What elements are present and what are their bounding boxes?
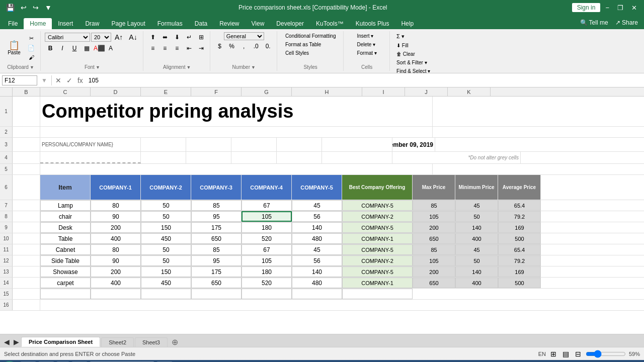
formula-input[interactable] <box>87 76 642 85</box>
minimize-button[interactable]: − <box>602 3 612 13</box>
align-bottom-btn[interactable]: ⬇ <box>172 32 183 42</box>
col-header-f[interactable]: F <box>191 87 242 97</box>
increase-decimal-btn[interactable]: .0 <box>251 41 262 51</box>
cell-c4-7[interactable]: 520 <box>242 278 292 288</box>
cell-h4[interactable] <box>322 152 392 163</box>
sign-in-button[interactable]: Sign in <box>572 3 601 12</box>
header-company4[interactable]: COMPANY-4 <box>242 175 292 200</box>
cell-c3-1[interactable]: 95 <box>191 211 242 222</box>
cell-min-6[interactable]: 140 <box>455 266 498 277</box>
cell-company-label[interactable]: PERSONAL/COMPANY NAME} <box>40 138 141 151</box>
tab-draw[interactable]: Draw <box>79 18 105 29</box>
cell-avg-5[interactable]: 79.2 <box>498 255 541 266</box>
font-color-btn[interactable]: A <box>105 43 116 53</box>
cell-best-3[interactable]: COMPANY-1 <box>342 233 413 244</box>
cell-best-6[interactable]: COMPANY-5 <box>342 266 413 277</box>
font-size-select[interactable]: 20 <box>91 33 111 42</box>
cell-avg-7[interactable]: 500 <box>498 278 541 288</box>
col-header-e[interactable]: E <box>141 87 191 97</box>
cell-c4-1[interactable]: 105 <box>242 211 292 222</box>
cell-title[interactable]: Competitor pricing analysis <box>40 97 433 126</box>
fill-color-btn[interactable]: A⬛ <box>93 43 104 53</box>
cell-h15[interactable] <box>292 289 342 299</box>
cell-avg-1[interactable]: 79.2 <box>498 211 541 222</box>
cell-e15[interactable] <box>141 289 191 299</box>
cell-b15[interactable] <box>13 289 40 299</box>
wrap-text-btn[interactable]: ↵ <box>184 32 195 42</box>
paste-button[interactable]: 📋 Paste <box>4 39 24 57</box>
merge-center-btn[interactable]: ⊞ <box>196 32 207 42</box>
cell-avg-0[interactable]: 65.4 <box>498 200 541 211</box>
delete-cells-btn[interactable]: Delete ▾ <box>354 41 378 48</box>
cell-g3[interactable] <box>277 138 322 151</box>
cell-c1-2[interactable]: 200 <box>91 222 141 233</box>
cell-c3-3[interactable]: 650 <box>191 233 242 244</box>
cell-max-7[interactable]: 650 <box>413 278 455 288</box>
cell-c1-7[interactable]: 400 <box>91 278 141 288</box>
cell-best-1[interactable]: COMPANY-2 <box>342 211 413 222</box>
cell-min-2[interactable]: 140 <box>455 222 498 233</box>
cell-min-3[interactable]: 400 <box>455 233 498 244</box>
number-format-select[interactable]: General <box>224 32 264 40</box>
cell-b7[interactable] <box>13 200 40 211</box>
cell-c1-3[interactable]: 400 <box>91 233 141 244</box>
col-header-b[interactable]: B <box>13 87 40 97</box>
cell-c5-4[interactable]: 45 <box>292 244 342 255</box>
cell-company-input[interactable] <box>40 152 141 163</box>
underline-button[interactable]: U <box>69 43 80 53</box>
cell-c5-3[interactable]: 480 <box>292 233 342 244</box>
cell-c4-4[interactable]: 67 <box>242 244 292 255</box>
next-sheet-btn[interactable]: ▶ <box>12 337 21 347</box>
cell-best-0[interactable]: COMPANY-5 <box>342 200 413 211</box>
header-company2[interactable]: COMPANY-2 <box>141 175 191 200</box>
tab-kutools-plus[interactable]: Kutools Plus <box>350 18 395 29</box>
cell-b16[interactable] <box>13 300 40 310</box>
sum-btn[interactable]: Σ ▾ <box>394 32 407 41</box>
cell-best-4[interactable]: COMPANY-5 <box>342 244 413 255</box>
tab-formulas[interactable]: Formulas <box>151 18 189 29</box>
cell-b13[interactable] <box>13 266 40 277</box>
insert-function-btn[interactable]: fx <box>76 76 85 84</box>
header-min-price[interactable]: Minimum Price <box>455 175 498 200</box>
header-best-company[interactable]: Best Company Offering <box>342 175 413 200</box>
col-header-h[interactable]: H <box>292 87 362 97</box>
cell-item-7[interactable]: carpet <box>40 278 91 288</box>
normal-view-btn[interactable]: ⊞ <box>549 350 558 358</box>
cell-min-7[interactable]: 400 <box>455 278 498 288</box>
cell-item-0[interactable]: Lamp <box>40 200 91 211</box>
header-avg-price[interactable]: Average Price <box>498 175 541 200</box>
add-sheet-btn[interactable]: ⊕ <box>169 337 181 347</box>
comma-btn[interactable]: , <box>238 41 250 51</box>
clear-btn[interactable]: 🗑 Clear <box>394 50 418 58</box>
cell-b14[interactable] <box>13 278 40 288</box>
increase-indent-btn[interactable]: ⇥ <box>196 43 207 53</box>
cell-max-5[interactable]: 105 <box>413 255 455 266</box>
cell-c4-0[interactable]: 67 <box>242 200 292 211</box>
percent-btn[interactable]: % <box>226 41 237 51</box>
cell-b9[interactable] <box>13 222 40 233</box>
cell-max-0[interactable]: 85 <box>413 200 455 211</box>
cell-avg-4[interactable]: 65.4 <box>498 244 541 255</box>
cell-c3-5[interactable]: 95 <box>191 255 242 266</box>
spreadsheet-grid[interactable]: 1 Competitor pricing analysis 2 3 PERSON… <box>0 97 644 334</box>
close-button[interactable]: ✕ <box>628 3 640 13</box>
cell-h3[interactable] <box>322 138 392 151</box>
cell-b4[interactable] <box>13 152 40 163</box>
cell-item-5[interactable]: Side Table <box>40 255 91 266</box>
sort-filter-btn[interactable]: Sort & Filter ▾ <box>394 59 430 66</box>
cell-c1-0[interactable]: 80 <box>91 200 141 211</box>
cell-b1[interactable] <box>13 97 40 126</box>
header-company1[interactable]: COMPANY-1 <box>91 175 141 200</box>
cell-max-2[interactable]: 200 <box>413 222 455 233</box>
zoom-slider[interactable] <box>586 350 626 358</box>
col-header-i[interactable]: I <box>362 87 405 97</box>
cell-c1-4[interactable]: 80 <box>91 244 141 255</box>
sheet-tab-sheet2[interactable]: Sheet2 <box>101 337 134 347</box>
currency-btn[interactable]: $ <box>214 41 225 51</box>
decrease-decimal-btn[interactable]: 0. <box>263 41 274 51</box>
cell-avg-6[interactable]: 169 <box>498 266 541 277</box>
cell-c5-1[interactable]: 56 <box>292 211 342 222</box>
cell-item-1[interactable]: chair <box>40 211 91 222</box>
cell-c5-0[interactable]: 45 <box>292 200 342 211</box>
cell-b3[interactable] <box>13 138 40 151</box>
